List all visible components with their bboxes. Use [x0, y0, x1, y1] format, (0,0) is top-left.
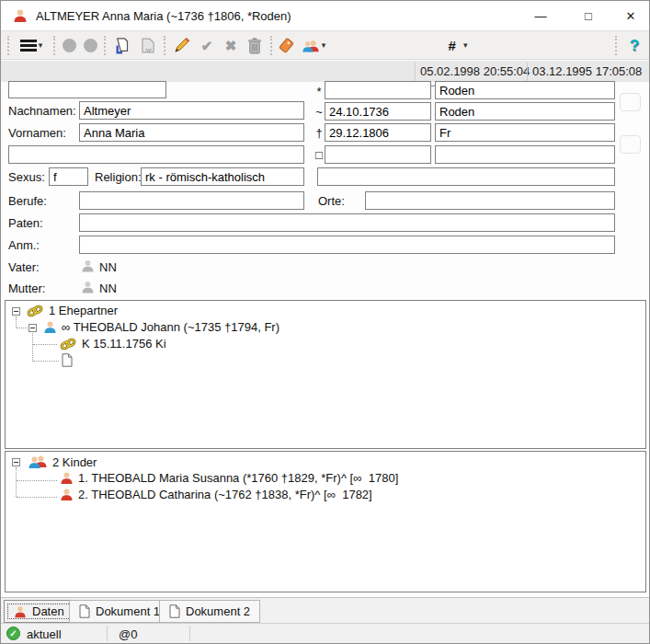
nachnamen-field[interactable]	[79, 101, 304, 120]
death-date-field[interactable]	[325, 123, 431, 142]
orte-label: Orte:	[318, 194, 345, 208]
tab-dokument-2[interactable]: Dokument 2	[159, 600, 260, 623]
child-row[interactable]: 2. THEOBALD Catharina (~1762 †1838, *Fr)…	[60, 488, 372, 501]
menu-button[interactable]: ▾	[14, 34, 49, 57]
spouse-tree-root-row[interactable]: 1 Ehepartner	[26, 304, 118, 317]
rings-icon	[26, 305, 44, 317]
tab-daten[interactable]: Daten	[4, 600, 74, 623]
close-icon: ✕	[626, 9, 636, 23]
divider	[189, 626, 190, 641]
expand-toggle[interactable]	[29, 324, 37, 332]
persons-menu-button[interactable]: ▾	[298, 34, 329, 57]
paten-field[interactable]	[79, 213, 615, 232]
vater-person-icon	[81, 259, 95, 273]
check-icon: ✔	[201, 39, 213, 52]
minimize-button[interactable]: —	[520, 1, 561, 30]
maximize-button[interactable]: □	[568, 1, 609, 30]
number-button[interactable]: # ▾	[441, 34, 474, 57]
child-label: 2. THEOBALD Catharina (~1762 †1838, *Fr)…	[78, 488, 372, 501]
record-circle-button-1[interactable]	[59, 34, 79, 57]
expand-toggle[interactable]	[12, 458, 20, 466]
burial-date-field[interactable]	[325, 145, 431, 164]
tab-dokument-1[interactable]: Dokument 1	[69, 600, 170, 623]
hamburger-icon	[20, 40, 37, 52]
event-extra-field[interactable]	[317, 167, 615, 186]
app-window: ALTMEYER Anna Maria (~1736 †1806, *Roden…	[0, 0, 650, 644]
anm-field[interactable]	[79, 236, 615, 254]
record-circle-button-2[interactable]	[80, 34, 100, 57]
toolbar-grip	[7, 36, 10, 55]
person-icon-red	[60, 471, 74, 485]
birth-date-field[interactable]	[325, 81, 431, 99]
marriage-row[interactable]: K 15.11.1756 Ki	[59, 337, 166, 351]
delete-button[interactable]	[243, 34, 267, 57]
orte-field[interactable]	[365, 191, 615, 210]
children-tree: 2 Kinder 1. THEOBALD Maria Susanna (*176…	[5, 451, 646, 592]
alias-field[interactable]	[8, 145, 304, 164]
maximize-icon: □	[585, 9, 592, 23]
side-button-2[interactable]	[620, 135, 641, 154]
marriage-label: K 15.11.1756 Ki	[82, 337, 166, 351]
edit-button[interactable]	[169, 34, 193, 57]
religion-field[interactable]	[141, 167, 304, 186]
expand-toggle[interactable]	[12, 307, 20, 316]
spouse-tree: 1 Ehepartner ∞ THEOBALD Johann (~1735 †1…	[5, 300, 646, 449]
help-button[interactable]: ?	[622, 34, 646, 57]
status-bar: ✓ aktuell @0	[1, 623, 649, 643]
vater-value[interactable]: NN	[99, 260, 117, 274]
tree-connector	[17, 497, 57, 498]
person-icon-red	[60, 488, 74, 501]
children-tree-root-row[interactable]: 2 Kinder	[28, 454, 97, 469]
divider	[107, 626, 108, 641]
child-row[interactable]: 1. THEOBALD Maria Susanna (*1760 †1829, …	[60, 471, 398, 485]
help-icon: ?	[630, 37, 639, 55]
divider	[527, 63, 528, 81]
close-button[interactable]: ✕	[610, 1, 650, 30]
tree-connector	[17, 480, 57, 481]
vornamen-field[interactable]	[79, 123, 304, 142]
app-person-icon	[13, 8, 28, 23]
cancel-button[interactable]: ✖	[220, 34, 242, 57]
tree-connector	[33, 344, 57, 345]
dropdown-arrow-icon: ▾	[463, 41, 468, 50]
berufe-label: Berufe:	[8, 194, 47, 208]
berufe-field[interactable]	[79, 191, 304, 210]
confirm-button[interactable]: ✔	[196, 34, 218, 57]
toolbar-grip	[164, 36, 166, 55]
title-field[interactable]	[8, 81, 166, 98]
page-preview-icon	[115, 38, 129, 54]
label-tag-button[interactable]	[275, 34, 297, 57]
tab-label: Daten	[32, 604, 64, 618]
birth-symbol: *	[314, 85, 324, 98]
person-icon-blue	[43, 320, 57, 334]
tab-label: Dokument 2	[186, 604, 250, 618]
title-bar: ALTMEYER Anna Maria (~1736 †1806, *Roden…	[1, 1, 649, 31]
trash-icon	[247, 38, 262, 54]
divider	[415, 63, 416, 81]
baptism-place-field[interactable]	[435, 102, 615, 121]
timestamp-created: 03.12.1995 17:05:08	[532, 64, 633, 78]
birth-place-field[interactable]	[435, 81, 615, 99]
rings-icon	[59, 338, 77, 351]
tag-icon	[278, 38, 294, 54]
circle-icon	[84, 39, 97, 52]
tab-label: Dokument 1	[96, 604, 160, 618]
mutter-value[interactable]: NN	[99, 282, 117, 295]
pencil-icon	[173, 37, 190, 54]
page-print-button[interactable]	[136, 34, 160, 57]
vater-label: Vater:	[8, 260, 40, 274]
baptism-date-field[interactable]	[325, 102, 431, 121]
death-place-field[interactable]	[435, 123, 615, 142]
spouse-row[interactable]: ∞ THEOBALD Johann (~1735 †1794, Fr)	[43, 320, 279, 334]
burial-place-field[interactable]	[435, 145, 615, 164]
side-button-1[interactable]	[620, 93, 641, 111]
window-title: ALTMEYER Anna Maria (~1736 †1806, *Roden…	[36, 9, 291, 23]
document-icon	[79, 604, 90, 618]
sexus-field[interactable]	[49, 167, 88, 186]
status-text: aktuell	[27, 627, 62, 641]
persons-icon	[302, 39, 320, 53]
nachnamen-label: Nachnamen:	[8, 104, 76, 118]
document-row[interactable]	[62, 353, 73, 367]
page-preview-button[interactable]	[109, 34, 133, 57]
check-glyph: ✓	[9, 628, 17, 638]
